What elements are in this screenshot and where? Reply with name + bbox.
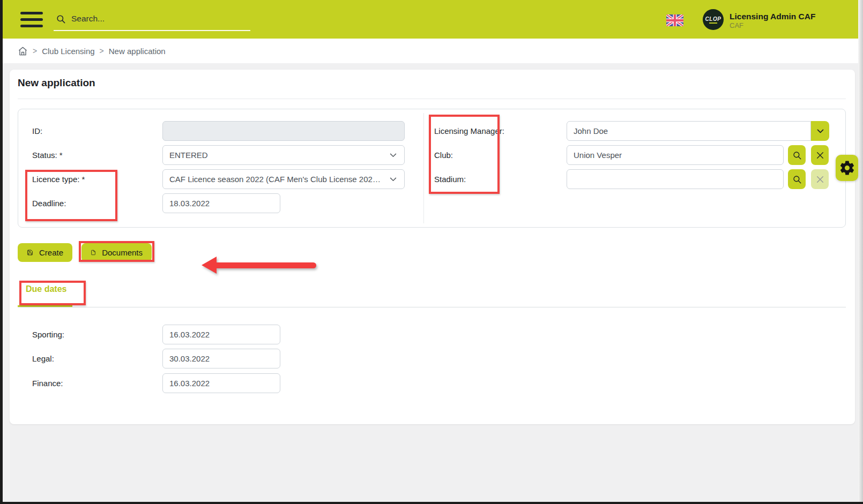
gear-icon xyxy=(839,160,855,176)
breadcrumb-club-licensing[interactable]: Club Licensing xyxy=(42,47,94,56)
stadium-search-button[interactable] xyxy=(788,169,806,189)
club-input[interactable] xyxy=(567,145,784,165)
annotation-box-licence-type-deadline xyxy=(25,170,117,221)
club-clear-button[interactable] xyxy=(811,145,829,165)
deadline-input[interactable] xyxy=(162,193,280,213)
legal-date-input[interactable] xyxy=(162,349,280,368)
uk-flag-icon[interactable] xyxy=(666,14,683,26)
settings-gear-button[interactable] xyxy=(836,155,858,181)
header-search[interactable] xyxy=(54,7,250,31)
sporting-label: Sporting: xyxy=(32,325,64,344)
id-label: ID: xyxy=(32,121,42,141)
annotation-box-documents-button xyxy=(79,241,154,262)
home-icon[interactable] xyxy=(18,46,28,56)
scrollbar[interactable] xyxy=(858,0,863,502)
annotation-box-right-labels xyxy=(429,115,500,194)
window-edge-bottom xyxy=(0,502,863,504)
menu-hamburger-icon[interactable] xyxy=(20,12,43,27)
x-icon xyxy=(815,151,825,160)
logo-text: CLOP xyxy=(705,16,721,22)
save-icon xyxy=(27,248,33,257)
licensing-manager-expand-button[interactable] xyxy=(811,121,829,141)
annotation-box-due-dates-tab xyxy=(19,281,86,305)
status-label: Status: * xyxy=(32,145,63,165)
licence-type-select[interactable]: CAF Licence season 2022 (CAF Men's Club … xyxy=(162,169,405,189)
licensing-manager-input[interactable] xyxy=(567,121,811,141)
search-icon xyxy=(56,14,66,24)
stadium-input[interactable] xyxy=(567,169,784,189)
id-field xyxy=(162,121,405,141)
chevron-down-icon xyxy=(389,151,398,160)
tab-bar-line xyxy=(18,307,846,307)
club-search-button[interactable] xyxy=(788,145,806,165)
panel-column-divider xyxy=(423,113,424,223)
search-icon xyxy=(792,151,802,160)
clop-logo[interactable]: CLOP xyxy=(703,9,724,30)
finance-date-input[interactable] xyxy=(162,373,280,393)
sporting-date-input[interactable] xyxy=(162,325,280,344)
annotation-arrow-left xyxy=(202,256,316,274)
search-input[interactable] xyxy=(71,14,248,24)
legal-label: Legal: xyxy=(32,349,54,368)
search-icon xyxy=(792,175,802,184)
breadcrumb-separator: > xyxy=(100,47,104,55)
breadcrumb: > Club Licensing > New application xyxy=(18,39,166,63)
x-icon xyxy=(815,175,825,184)
breadcrumb-new-application: New application xyxy=(109,47,166,56)
user-menu[interactable]: Licensing Admin CAF CAF xyxy=(730,11,815,30)
user-org: CAF xyxy=(730,21,815,30)
create-button[interactable]: Create xyxy=(18,243,72,262)
breadcrumb-separator: > xyxy=(33,47,37,55)
user-name: Licensing Admin CAF xyxy=(730,11,815,21)
stadium-clear-button xyxy=(811,169,829,189)
page-title: New application xyxy=(18,77,95,89)
status-select[interactable]: ENTERED xyxy=(162,145,405,165)
chevron-down-icon xyxy=(816,126,825,136)
title-divider xyxy=(18,99,846,99)
chevron-down-icon xyxy=(389,175,398,184)
finance-label: Finance: xyxy=(32,373,63,393)
